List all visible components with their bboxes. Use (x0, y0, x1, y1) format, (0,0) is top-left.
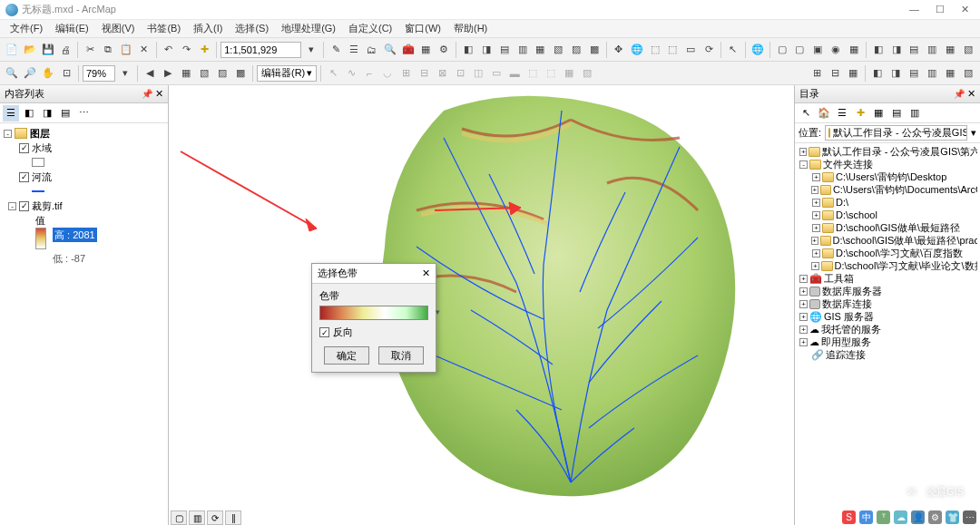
tray-sogou-icon[interactable]: S (842, 510, 856, 524)
open-button[interactable]: 📂 (22, 42, 38, 58)
tb-c[interactable]: ▤ (496, 42, 513, 58)
cat-a[interactable]: ▤ (888, 105, 905, 122)
catalog-button[interactable]: 🗂 (364, 42, 380, 58)
toc-options-icon[interactable]: ⋯ (75, 105, 92, 122)
tb-l3[interactable]: ▣ (809, 42, 826, 58)
catalog-item[interactable]: +默认工作目录 - 公众号凌晨GIS\第六期 (798, 145, 977, 158)
pin-icon[interactable]: 📌 (954, 89, 965, 99)
tb-l4[interactable]: ◉ (828, 42, 844, 58)
tb2-d[interactable]: ▩ (232, 65, 249, 82)
tb-m3[interactable]: ▤ (906, 42, 922, 58)
catalog-item[interactable]: -文件夹连接 (798, 158, 977, 170)
catalog-item[interactable]: +D:\school\学习文献\毕业论文\数据 (798, 259, 977, 272)
list-by-visibility-icon[interactable]: ◨ (39, 105, 55, 122)
catalog-close-icon[interactable]: ✕ (967, 88, 975, 99)
cat-connect-folder-icon[interactable]: ✚ (852, 105, 868, 122)
expander-icon[interactable]: + (799, 287, 808, 296)
tb-j[interactable]: ⬚ (664, 42, 681, 58)
dialog-close-icon[interactable]: ✕ (422, 267, 430, 279)
back-extent-button[interactable]: ◀ (142, 65, 158, 82)
pan-cross-icon[interactable]: ✥ (611, 42, 627, 58)
pin-icon[interactable]: 📌 (142, 89, 152, 99)
expander-icon[interactable]: - (799, 160, 808, 169)
tb-i[interactable]: ⬚ (647, 42, 663, 58)
cat-tree-icon[interactable]: ☰ (834, 105, 850, 122)
search-button[interactable]: 🔍 (382, 42, 398, 58)
menu-edit[interactable]: 编辑(E) (50, 20, 94, 37)
data-frame-label[interactable]: 图层 (30, 126, 50, 141)
expander-icon[interactable]: - (8, 202, 16, 210)
tb2-r6[interactable]: ▤ (906, 65, 922, 82)
pan-button[interactable]: ✋ (40, 65, 56, 82)
layer-checkbox[interactable]: ✓ (19, 201, 29, 211)
cat-up-icon[interactable]: ↖ (798, 105, 814, 122)
list-by-selection-icon[interactable]: ▤ (57, 105, 74, 122)
select-arrow-icon[interactable]: ↖ (725, 42, 741, 58)
catalog-item[interactable]: +数据库连接 (798, 297, 977, 310)
tray-icon-7[interactable]: 👕 (946, 510, 959, 524)
tb-l5[interactable]: ▦ (846, 42, 862, 58)
tray-icon-4[interactable]: ☁ (894, 510, 907, 524)
new-button[interactable]: 📄 (4, 42, 20, 58)
expander-icon[interactable]: - (4, 130, 12, 138)
expander-icon[interactable]: + (799, 326, 808, 334)
symbol-swatch[interactable] (32, 158, 44, 167)
catalog-item[interactable]: +C:\Users\雷钧钧\Desktop (798, 170, 977, 183)
list-by-source-icon[interactable]: ◧ (21, 105, 37, 122)
edit-tool-icon[interactable]: ↖ (325, 65, 341, 82)
tb-m6[interactable]: ▧ (960, 42, 976, 58)
expander-icon[interactable]: + (799, 275, 808, 283)
tb-l2[interactable]: ▢ (791, 42, 808, 58)
catalog-item[interactable]: +🌐GIS 服务器 (798, 310, 977, 323)
paste-button[interactable]: 📋 (118, 42, 134, 58)
print-button[interactable]: 🖨 (58, 42, 74, 58)
menu-view[interactable]: 视图(V) (96, 20, 141, 37)
tb2-e9[interactable]: ▭ (488, 65, 505, 82)
map-view[interactable]: 选择色带 ✕ 色带 ✓ 反向 确定 取消 ▢ ▥ ⟳ ‖ (169, 85, 795, 525)
menu-bookmarks[interactable]: 书签(B) (142, 20, 186, 37)
tb2-e14[interactable]: ▧ (579, 65, 595, 82)
layer-checkbox[interactable]: ✓ (19, 172, 29, 182)
tray-ime-icon[interactable]: 中 (859, 510, 873, 524)
tb2-e8[interactable]: ◫ (470, 65, 486, 82)
fwd-extent-button[interactable]: ▶ (160, 65, 176, 82)
maximize-button[interactable]: ☐ (936, 4, 945, 15)
layer-checkbox[interactable]: ✓ (19, 143, 29, 153)
cut-button[interactable]: ✂ (82, 42, 98, 58)
refresh-view-button[interactable]: ⟳ (207, 510, 223, 525)
tb2-r5[interactable]: ◨ (887, 65, 904, 82)
scale-input[interactable]: 1:1,501,929 (220, 42, 301, 58)
menu-window[interactable]: 窗口(W) (399, 20, 446, 37)
tb-k[interactable]: ▭ (682, 42, 699, 58)
cat-home-icon[interactable]: 🏠 (816, 105, 832, 122)
tb2-b[interactable]: ▧ (196, 65, 212, 82)
tb2-r9[interactable]: ▧ (960, 65, 976, 82)
python-button[interactable]: ▦ (417, 42, 434, 58)
arctoolbox-button[interactable]: 🧰 (400, 42, 416, 58)
catalog-item[interactable]: +C:\Users\雷钧钧\Documents\ArcGIS (798, 183, 977, 196)
tb2-e1[interactable]: ∿ (343, 65, 359, 82)
tb2-r2[interactable]: ⊟ (827, 65, 843, 82)
layer-water[interactable]: 水域 (32, 141, 52, 155)
expander-icon[interactable]: + (811, 262, 819, 270)
tb-e[interactable]: ▦ (533, 42, 549, 58)
full-extent-button[interactable]: 🌐 (629, 42, 645, 58)
catalog-item[interactable]: +数据库服务器 (798, 285, 977, 297)
zoom-out-button[interactable]: 🔎 (22, 65, 38, 82)
tb-l1[interactable]: ▢ (774, 42, 790, 58)
tb2-e4[interactable]: ⊞ (397, 65, 414, 82)
expander-icon[interactable]: + (812, 249, 820, 258)
full-extent-icon[interactable]: ⊡ (58, 65, 74, 82)
catalog-item[interactable]: +☁即用型服务 (798, 335, 977, 348)
expander-icon[interactable]: + (799, 148, 807, 156)
expander-icon[interactable]: + (812, 211, 820, 219)
expander-icon[interactable]: + (811, 237, 818, 245)
tb-m2[interactable]: ◨ (888, 42, 905, 58)
cat-b[interactable]: ▥ (906, 105, 923, 122)
layer-river[interactable]: 河流 (32, 170, 52, 184)
layout-view-tab[interactable]: ▥ (189, 510, 205, 525)
zoom-in-button[interactable]: 🔍 (4, 65, 20, 82)
tb-m5[interactable]: ▦ (942, 42, 958, 58)
minimize-button[interactable]: — (909, 4, 919, 15)
tb2-e5[interactable]: ⊟ (416, 65, 432, 82)
